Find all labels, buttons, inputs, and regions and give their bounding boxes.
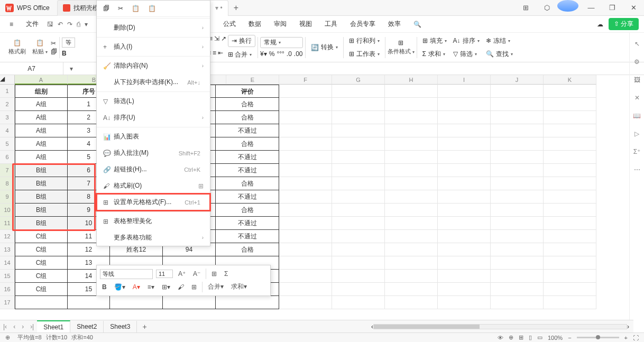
row-number[interactable]: 13 [0, 243, 15, 256]
cm-clear[interactable]: 🧹清除内容(N)› [97, 58, 210, 74]
print-icon[interactable]: ⎙ [77, 21, 80, 28]
cell[interactable] [544, 204, 596, 217]
cell[interactable] [279, 98, 332, 111]
cell[interactable] [385, 177, 438, 190]
filter-button[interactable]: ▽ 筛选 ▾ [450, 49, 483, 60]
sheet-nav-next[interactable]: › [19, 323, 27, 330]
row-number[interactable]: 16 [0, 283, 15, 296]
cell[interactable] [385, 296, 438, 309]
column-header-K[interactable]: K [544, 75, 596, 85]
cell[interactable] [491, 204, 544, 217]
cell[interactable] [385, 164, 438, 177]
row-number[interactable]: 9 [0, 190, 15, 204]
cell[interactable]: A组 [15, 151, 68, 164]
font-family-select[interactable]: 等 [62, 38, 75, 48]
menu-hamburger-icon[interactable]: ≡ [5, 19, 17, 30]
mini-grow-font-icon[interactable]: A⁺ [176, 269, 188, 279]
cell[interactable]: C组 [15, 230, 68, 243]
cell[interactable] [544, 137, 596, 151]
row-number[interactable]: 10 [0, 204, 15, 217]
cell[interactable]: A组 [15, 98, 68, 111]
cell[interactable] [438, 124, 491, 137]
menu-review[interactable]: 审阅 [270, 17, 291, 31]
cell[interactable] [385, 256, 438, 270]
align-right-icon[interactable]: ≡ [213, 49, 216, 60]
cell[interactable] [279, 137, 332, 151]
merge-button[interactable]: ⊞ 合并 ▾ [225, 49, 255, 60]
cell[interactable] [385, 270, 438, 283]
format-painter-icon[interactable]: 📋 [13, 39, 21, 47]
sheet-nav-last[interactable]: ›| [27, 323, 37, 330]
cell[interactable] [385, 85, 438, 98]
cut-icon[interactable]: ✂ [118, 5, 123, 12]
cell[interactable]: 不通过 [216, 230, 279, 243]
freeze-button[interactable]: ❄ 冻结 ▾ [483, 35, 516, 47]
cell[interactable] [544, 256, 596, 270]
mini-shrink-font-icon[interactable]: A⁻ [191, 269, 203, 279]
cursor-icon[interactable]: ↖ [634, 40, 640, 48]
cell[interactable] [491, 98, 544, 111]
cell[interactable] [491, 283, 544, 296]
tab-dropdown-icon[interactable]: ▾ [215, 4, 218, 12]
cell[interactable] [544, 177, 596, 190]
cell[interactable] [332, 270, 385, 283]
cell[interactable] [385, 111, 438, 124]
cell[interactable] [332, 204, 385, 217]
percent-icon[interactable]: % [269, 50, 275, 58]
row-number[interactable]: 1 [0, 85, 15, 98]
book-icon[interactable]: 📖 [633, 112, 641, 119]
page-view-icon[interactable]: ▯ [529, 334, 532, 341]
row-number[interactable]: 6 [0, 151, 15, 164]
new-tab-button[interactable]: + [234, 3, 238, 13]
search-icon[interactable]: 🔍 [413, 21, 421, 28]
mini-format-painter-icon[interactable]: 🖌 [176, 282, 186, 292]
column-header-I[interactable]: I [438, 75, 491, 85]
row-number[interactable]: 12 [0, 230, 15, 243]
cell[interactable] [332, 137, 385, 151]
sigma-icon[interactable]: Σ⁺ [633, 148, 640, 155]
menu-formula[interactable]: 公式 [219, 17, 240, 31]
convert-button[interactable]: 🔄 转换 ▾ [308, 42, 341, 53]
cm-insert-chart[interactable]: 📊插入图表 [97, 128, 210, 145]
sheet-nav-first[interactable]: |‹ [0, 323, 10, 330]
column-header-H[interactable]: H [385, 75, 438, 85]
cell[interactable]: 合格 [216, 204, 279, 217]
zoom-in-button[interactable]: + [624, 335, 628, 341]
cond-format-icon[interactable]: ⊞ [398, 39, 403, 47]
cell[interactable] [279, 283, 332, 296]
column-header-A[interactable]: A [15, 75, 68, 85]
cell[interactable] [491, 230, 544, 243]
dec-dec-icon[interactable]: .00 [294, 50, 303, 58]
row-number[interactable]: 15 [0, 270, 15, 283]
cell[interactable] [216, 296, 279, 309]
number-format-select[interactable]: 常规 ▾ [260, 37, 302, 48]
column-header-E[interactable]: E [226, 75, 279, 85]
cell[interactable]: 组别 [15, 85, 68, 98]
cell[interactable] [279, 190, 332, 204]
cell[interactable] [15, 296, 68, 309]
cell[interactable] [438, 137, 491, 151]
redo-icon[interactable]: ↷ [67, 21, 72, 28]
cell[interactable] [279, 124, 332, 137]
cell[interactable] [438, 85, 491, 98]
cell[interactable] [332, 190, 385, 204]
cell[interactable] [438, 98, 491, 111]
cell[interactable]: A组 [15, 137, 68, 151]
column-header-G[interactable]: G [332, 75, 385, 85]
wrap-button[interactable]: ⇥换行 [228, 35, 255, 47]
settings-icon[interactable]: ⚙ [634, 58, 640, 66]
cell[interactable] [544, 124, 596, 137]
cell[interactable] [544, 85, 596, 98]
cell[interactable] [438, 164, 491, 177]
cell[interactable] [491, 296, 544, 309]
cell[interactable] [544, 230, 596, 243]
mini-font-color-icon[interactable]: A▾ [131, 282, 142, 292]
comma-icon[interactable]: °°° [277, 50, 284, 58]
minimize-button[interactable]: — [581, 0, 602, 16]
paste-icon[interactable]: 📋 [36, 39, 44, 47]
cell[interactable] [279, 164, 332, 177]
cell[interactable] [438, 283, 491, 296]
cm-filter[interactable]: ▽筛选(L) [97, 93, 210, 109]
cm-more[interactable]: 更多表格功能› [97, 229, 210, 246]
cm-sort[interactable]: A↓排序(U)› [97, 109, 210, 126]
